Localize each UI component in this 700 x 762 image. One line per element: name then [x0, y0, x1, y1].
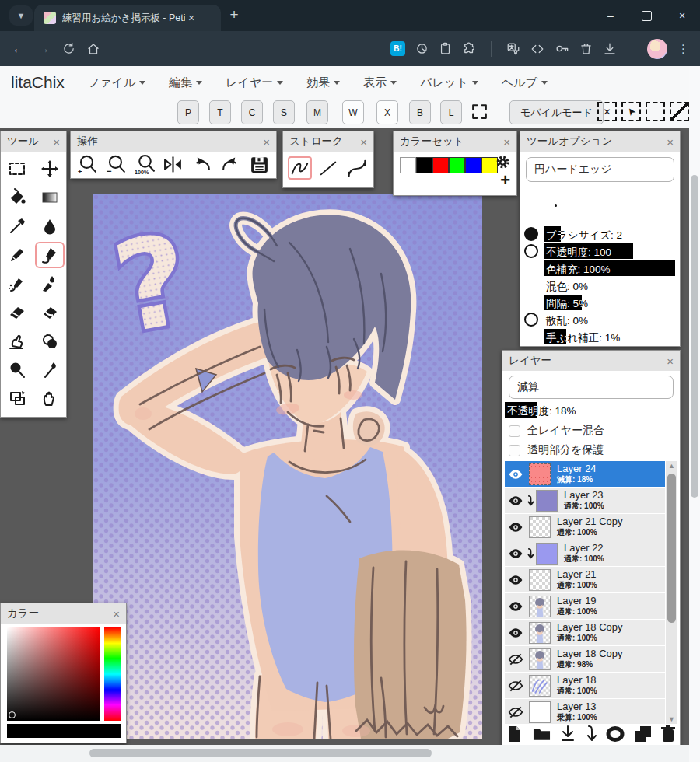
clipboard-extension-icon[interactable]	[439, 42, 452, 55]
slider-stabilizer[interactable]: 手ぶれ補正: 1%手ぶれ補正: 1%	[520, 329, 680, 344]
brush-type-select[interactable]: 円ハードエッジ	[526, 157, 674, 182]
layer-row[interactable]: Layer 18通常: 100%	[505, 673, 665, 698]
scrollbar-thumb[interactable]	[89, 749, 432, 757]
select-rect-button[interactable]	[646, 102, 665, 121]
tool-blur-drop[interactable]	[35, 213, 65, 239]
scroll-down-icon[interactable]: ▼	[666, 715, 677, 723]
tool-zoom[interactable]	[2, 357, 32, 383]
new-layer-button[interactable]	[507, 725, 523, 743]
stroke-freehand-selected[interactable]	[288, 156, 312, 180]
new-folder-button[interactable]	[533, 726, 551, 742]
select-move-button[interactable]: ➤	[621, 102, 641, 121]
key-button-c[interactable]: C	[241, 100, 263, 124]
maximize-button[interactable]	[628, 0, 664, 31]
download-icon[interactable]	[603, 42, 617, 56]
close-icon[interactable]: ×	[113, 608, 120, 620]
tab-close-icon[interactable]: ×	[188, 12, 194, 24]
tool-options-panel-header[interactable]: ツールオプション×	[520, 131, 680, 152]
layer-list-scrollbar[interactable]: ▲ ▼	[666, 461, 677, 724]
mouse-extension-icon[interactable]	[415, 42, 429, 55]
colorset-settings-button[interactable]	[495, 155, 510, 170]
layer-opacity-slider[interactable]: 不透明度: 18%不透明度: 18%	[505, 402, 677, 418]
hatena-extension-icon[interactable]: B!	[390, 41, 405, 56]
checkbox-icon[interactable]	[509, 445, 520, 456]
menu-effect[interactable]: 効果	[306, 75, 340, 90]
color-panel-header[interactable]: カラー×	[1, 603, 126, 624]
clipping-mask-button[interactable]	[586, 725, 597, 743]
tool-eraser[interactable]	[2, 299, 32, 326]
slider-brush-size[interactable]: ブラシサイズ: 2ブラシサイズ: 2	[520, 226, 680, 242]
tab-search-button[interactable]: ▼	[9, 5, 33, 26]
close-icon[interactable]: ×	[667, 355, 674, 367]
layer-row[interactable]: Layer 18 Copy通常: 98%	[505, 646, 665, 672]
slider-opacity[interactable]: 不透明度: 100不透明度: 100	[520, 243, 680, 259]
tool-soft-eraser[interactable]	[35, 299, 65, 326]
saturation-value-picker[interactable]	[7, 627, 100, 721]
stroke-line[interactable]	[317, 156, 341, 180]
eye-visible-icon[interactable]	[505, 572, 526, 588]
menu-file[interactable]: ファイル	[88, 75, 145, 90]
close-button[interactable]: ×	[664, 0, 700, 31]
hue-slider[interactable]	[104, 627, 121, 721]
close-icon[interactable]: ×	[53, 136, 60, 148]
menu-edit[interactable]: 編集	[169, 75, 202, 90]
protect-alpha-checkbox[interactable]: 透明部分を保護	[509, 443, 604, 457]
tool-hand[interactable]	[35, 386, 65, 412]
canvas-artwork[interactable]: ?	[93, 194, 482, 739]
color-swatch[interactable]	[432, 157, 449, 173]
key-button-t[interactable]: T	[209, 100, 231, 124]
slider-color-refill[interactable]: 色補充: 100%色補充: 100%	[520, 260, 680, 276]
tool-tone-mixer[interactable]	[35, 328, 65, 355]
tool-select-rect[interactable]	[2, 156, 32, 182]
tool-watercolor-brush[interactable]	[35, 271, 65, 297]
layer-row[interactable]: Layer 21 Copy通常: 100%	[505, 514, 665, 540]
brush-tip-filled-icon[interactable]	[524, 227, 538, 241]
checkbox-icon[interactable]	[509, 425, 520, 437]
close-icon[interactable]: ×	[360, 136, 367, 148]
layer-row[interactable]: Layer 19通常: 100%	[505, 593, 665, 619]
delete-layer-button[interactable]	[661, 725, 675, 743]
color-swatch[interactable]	[416, 157, 432, 173]
zoom-in-button[interactable]: +	[77, 154, 98, 175]
fullscreen-button[interactable]	[470, 102, 489, 121]
colorset-add-button[interactable]: +	[500, 172, 510, 189]
eye-hidden-icon[interactable]	[505, 652, 526, 667]
key-icon[interactable]	[555, 41, 569, 56]
key-button-s[interactable]: S	[273, 100, 295, 124]
layer-row[interactable]: Layer 22通常: 100%	[505, 540, 665, 566]
stroke-bezier[interactable]	[345, 156, 369, 180]
undo-button[interactable]	[191, 154, 212, 175]
flip-horizontal-button[interactable]	[163, 154, 184, 175]
browser-tab[interactable]: 練習用お絵かき掲示板 - Petit No ×	[34, 5, 221, 31]
eye-hidden-icon[interactable]	[505, 678, 526, 694]
layer-mask-button[interactable]	[606, 726, 625, 742]
slider-mix[interactable]: 混色: 0%混色: 0%	[520, 278, 680, 293]
menu-help[interactable]: ヘルプ	[502, 75, 548, 90]
extensions-puzzle-icon[interactable]	[462, 42, 476, 56]
tool-transform-copy[interactable]	[2, 386, 32, 412]
layer-row[interactable]: Layer 18 Copy通常: 100%	[505, 620, 665, 645]
browser-menu-icon[interactable]: ⋮	[677, 42, 689, 56]
new-tab-button[interactable]: +	[224, 5, 244, 25]
blend-mode-select[interactable]: 減算	[509, 376, 674, 399]
key-button-x[interactable]: X	[376, 100, 398, 124]
scroll-up-icon[interactable]: ▲	[666, 462, 677, 470]
slider-scatter[interactable]: 散乱: 0%散乱: 0%	[520, 312, 680, 327]
menu-view[interactable]: 表示	[363, 75, 397, 90]
tool-fill-bucket[interactable]	[2, 184, 32, 211]
minimize-button[interactable]: –	[593, 0, 628, 31]
save-button[interactable]	[249, 154, 270, 175]
key-button-p[interactable]: P	[177, 100, 199, 124]
close-icon[interactable]: ×	[667, 136, 674, 148]
eye-visible-icon[interactable]	[505, 599, 526, 614]
tool-pencil[interactable]	[2, 242, 32, 268]
merge-down-button[interactable]	[560, 725, 576, 743]
color-swatch[interactable]	[449, 157, 465, 173]
tool-ink-pen[interactable]	[2, 271, 32, 297]
brush-tip-outline-icon[interactable]	[524, 244, 538, 258]
tools-panel-header[interactable]: ツール×	[1, 131, 66, 152]
menu-palette[interactable]: パレット	[420, 75, 478, 90]
layers-panel-header[interactable]: レイヤー×	[502, 351, 680, 371]
slider-spacing[interactable]: 間隔: 5%間隔: 5%	[520, 295, 680, 310]
eye-visible-icon[interactable]	[505, 493, 526, 509]
